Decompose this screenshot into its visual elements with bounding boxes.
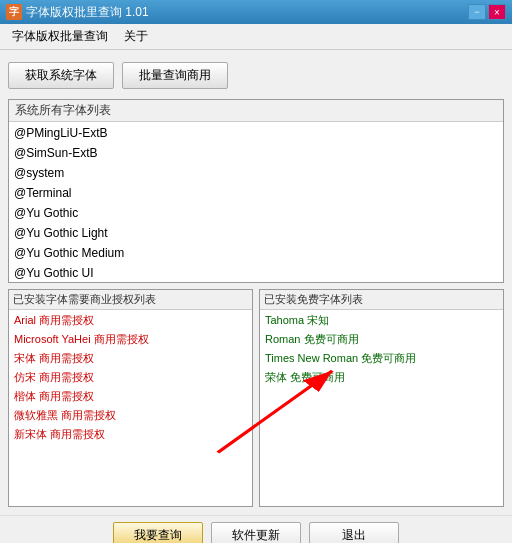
list-item[interactable]: @Terminal <box>10 183 502 203</box>
list-item[interactable]: Roman 免费可商用 <box>261 330 502 349</box>
exit-button[interactable]: 退出 <box>309 522 399 543</box>
list-item[interactable]: 新宋体 商用需授权 <box>10 425 251 444</box>
free-panel: 已安装免费字体列表 Tahoma 宋知 Roman 免费可商用 Times Ne… <box>259 289 504 507</box>
list-item[interactable]: 荣体 免费可商用 <box>261 368 502 387</box>
bottom-toolbar: 我要查询 软件更新 退出 <box>0 515 512 543</box>
list-item[interactable]: @PMingLiU-ExtB <box>10 123 502 143</box>
list-item[interactable]: Tahoma 宋知 <box>261 311 502 330</box>
batch-query-button[interactable]: 批量查询商用 <box>122 62 228 89</box>
font-list-label: 系统所有字体列表 <box>9 100 503 122</box>
free-panel-label: 已安装免费字体列表 <box>260 290 503 310</box>
list-item[interactable]: Microsoft YaHei 商用需授权 <box>10 330 251 349</box>
minimize-button[interactable]: － <box>468 4 486 20</box>
my-query-button[interactable]: 我要查询 <box>113 522 203 543</box>
app-icon: 字 <box>6 4 22 20</box>
title-controls: － × <box>468 4 506 20</box>
bottom-section: 已安装字体需要商业授权列表 Arial 商用需授权 Microsoft YaHe… <box>8 289 504 507</box>
font-list-section: 系统所有字体列表 @PMingLiU-ExtB @SimSun-ExtB @sy… <box>8 99 504 283</box>
title-text: 字体版权批里查询 1.01 <box>26 4 149 21</box>
title-bar-left: 字 字体版权批里查询 1.01 <box>6 4 149 21</box>
list-item[interactable]: @system <box>10 163 502 183</box>
commercial-font-list[interactable]: Arial 商用需授权 Microsoft YaHei 商用需授权 宋体 商用需… <box>9 310 252 506</box>
list-item[interactable]: @Yu Gothic <box>10 203 502 223</box>
get-system-fonts-button[interactable]: 获取系统字体 <box>8 62 114 89</box>
list-item[interactable]: @Yu Gothic UI <box>10 263 502 282</box>
list-item[interactable]: 宋体 商用需授权 <box>10 349 251 368</box>
main-content: 获取系统字体 批量查询商用 系统所有字体列表 @PMingLiU-ExtB @S… <box>0 50 512 515</box>
list-item[interactable]: @Yu Gothic Medium <box>10 243 502 263</box>
list-item[interactable]: @SimSun-ExtB <box>10 143 502 163</box>
list-item[interactable]: 微软雅黑 商用需授权 <box>10 406 251 425</box>
list-item[interactable]: 楷体 商用需授权 <box>10 387 251 406</box>
toolbar: 获取系统字体 批量查询商用 <box>8 58 504 93</box>
list-item[interactable]: Arial 商用需授权 <box>10 311 251 330</box>
list-item[interactable]: @Yu Gothic Light <box>10 223 502 243</box>
title-bar: 字 字体版权批里查询 1.01 － × <box>0 0 512 24</box>
commercial-panel: 已安装字体需要商业授权列表 Arial 商用需授权 Microsoft YaHe… <box>8 289 253 507</box>
menu-item-about[interactable]: 关于 <box>116 26 156 47</box>
font-list[interactable]: @PMingLiU-ExtB @SimSun-ExtB @system @Ter… <box>9 122 503 282</box>
menu-item-license[interactable]: 字体版权批量查询 <box>4 26 116 47</box>
commercial-panel-label: 已安装字体需要商业授权列表 <box>9 290 252 310</box>
app-window: 字 字体版权批里查询 1.01 － × 字体版权批量查询 关于 获取系统字体 批… <box>0 0 512 543</box>
free-font-list[interactable]: Tahoma 宋知 Roman 免费可商用 Times New Roman 免费… <box>260 310 503 506</box>
list-item[interactable]: 仿宋 商用需授权 <box>10 368 251 387</box>
software-update-button[interactable]: 软件更新 <box>211 522 301 543</box>
close-button[interactable]: × <box>488 4 506 20</box>
menu-bar: 字体版权批量查询 关于 <box>0 24 512 50</box>
list-item[interactable]: Times New Roman 免费可商用 <box>261 349 502 368</box>
